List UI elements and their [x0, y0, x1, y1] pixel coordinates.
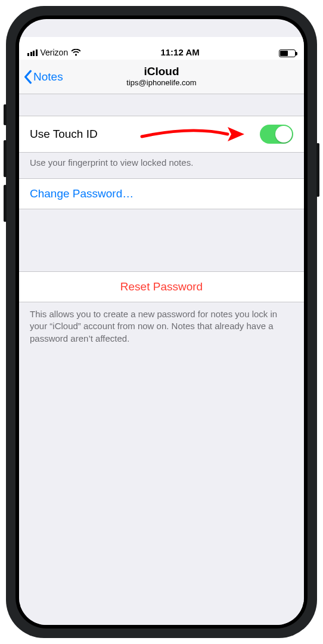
page-subtitle: tips@iphonelife.com — [126, 78, 196, 88]
settings-scroll[interactable]: Use Touch ID Use your fingerprint to vie… — [19, 94, 304, 613]
touch-id-footer: Use your fingerprint to view locked note… — [19, 153, 304, 178]
touch-id-label: Use Touch ID — [30, 128, 98, 141]
volume-down-button — [4, 185, 7, 222]
status-bar: Verizon 11:12 AM — [19, 37, 304, 60]
change-password-label: Change Password… — [30, 187, 133, 200]
device-frame: Verizon 11:12 AM — [6, 6, 317, 638]
device-bezel: Verizon 11:12 AM — [15, 16, 308, 628]
volume-up-button — [4, 140, 7, 177]
change-password-cell[interactable]: Change Password… — [19, 178, 304, 209]
spacer — [19, 209, 304, 271]
wifi-icon — [71, 49, 81, 56]
page-title: iCloud — [126, 66, 196, 78]
reset-password-footer: This allows you to create a new password… — [19, 302, 304, 351]
carrier-label: Verizon — [41, 48, 69, 57]
nav-bar: Notes iCloud tips@iphonelife.com — [19, 60, 304, 94]
nav-title-block: iCloud tips@iphonelife.com — [126, 66, 196, 87]
reset-password-label: Reset Password — [120, 280, 203, 293]
mute-switch — [4, 104, 7, 125]
svg-marker-0 — [228, 127, 244, 141]
status-bar-time: 11:12 AM — [160, 47, 199, 57]
screen: Verizon 11:12 AM — [19, 19, 304, 625]
status-bar-right — [279, 49, 296, 57]
touch-id-cell[interactable]: Use Touch ID — [19, 116, 304, 153]
back-label: Notes — [33, 70, 63, 83]
back-button[interactable]: Notes — [24, 70, 63, 84]
signal-icon — [27, 49, 38, 56]
chevron-left-icon — [24, 70, 32, 84]
toggle-knob — [275, 126, 292, 143]
bottom-margin — [19, 613, 304, 625]
annotation-arrow-icon — [138, 122, 246, 146]
spacer — [19, 94, 304, 116]
touch-id-toggle[interactable] — [260, 125, 293, 144]
power-button — [316, 143, 319, 197]
status-bar-left: Verizon — [27, 48, 81, 57]
reset-password-cell[interactable]: Reset Password — [19, 271, 304, 302]
battery-icon — [279, 49, 296, 57]
